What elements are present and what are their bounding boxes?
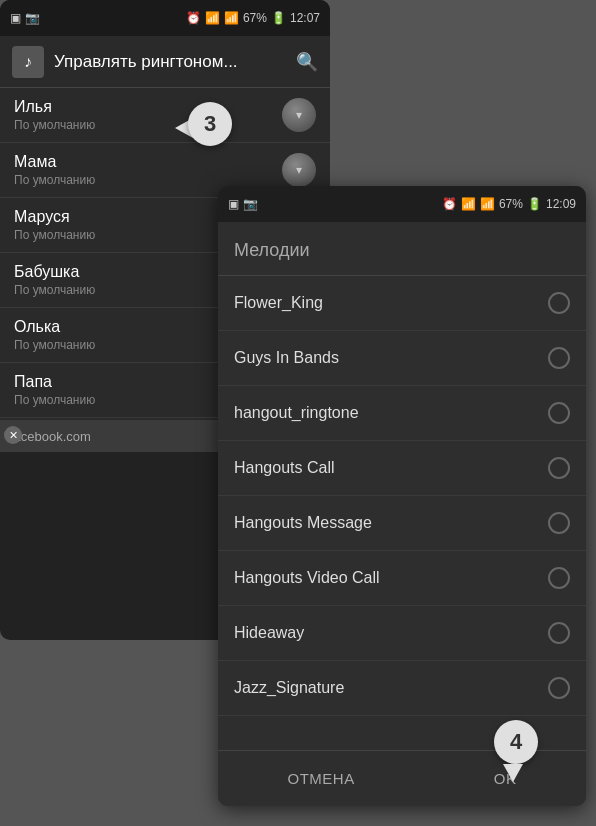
- foreground-dialog: ▣ 📷 ⏰ 📶 📶 67% 🔋 12:09 Мелодии Flower_Kin…: [218, 186, 586, 806]
- dialog-footer: Отмена OK: [218, 750, 586, 806]
- radio-guys-in-bands[interactable]: [548, 347, 570, 369]
- melody-item-hideaway[interactable]: Hideaway: [218, 606, 586, 661]
- bg-search-icon[interactable]: 🔍: [296, 51, 318, 73]
- melody-name-hangout-ringtone: hangout_ringtone: [234, 404, 359, 422]
- radio-hangouts-message[interactable]: [548, 512, 570, 534]
- melody-name-hideaway: Hideaway: [234, 624, 304, 642]
- melody-name-hangouts-message: Hangouts Message: [234, 514, 372, 532]
- radio-hangouts-video-call[interactable]: [548, 567, 570, 589]
- notification-icon: ▣: [10, 11, 21, 25]
- contact-sub-mama: По умолчанию: [14, 173, 95, 187]
- bg-status-left: ▣ 📷: [10, 11, 40, 25]
- callout-badge-3: 3: [188, 102, 232, 146]
- melody-name-hangouts-call: Hangouts Call: [234, 459, 335, 477]
- cancel-button[interactable]: Отмена: [264, 762, 379, 795]
- dialog-header: Мелодии: [218, 222, 586, 276]
- contact-name-olka: Олька: [14, 318, 95, 336]
- melody-item-flower-king[interactable]: Flower_King: [218, 276, 586, 331]
- melody-item-hangout-ringtone[interactable]: hangout_ringtone: [218, 386, 586, 441]
- bg-status-right: ⏰ 📶 📶 67% 🔋 12:07: [186, 11, 320, 25]
- melody-item-guys-in-bands[interactable]: Guys In Bands: [218, 331, 586, 386]
- bg-app-title: Управлять рингтоном...: [54, 52, 286, 72]
- dialog-title: Мелодии: [234, 240, 310, 260]
- melody-item-hangouts-message[interactable]: Hangouts Message: [218, 496, 586, 551]
- fg-wifi-icon: 📶: [461, 197, 476, 211]
- contact-name-ilya: Илья: [14, 98, 95, 116]
- fg-battery-label: 67%: [499, 197, 523, 211]
- music-icon: ♪: [12, 46, 44, 78]
- fg-status-right: ⏰ 📶 📶 67% 🔋 12:09: [442, 197, 576, 211]
- callout-badge-4: 4: [494, 720, 538, 764]
- melody-name-flower-king: Flower_King: [234, 294, 323, 312]
- fg-alarm-icon: ⏰: [442, 197, 457, 211]
- arrow-down-indicator: [503, 764, 523, 782]
- contact-sub-papa: По умолчанию: [14, 393, 95, 407]
- radio-hangout-ringtone[interactable]: [548, 402, 570, 424]
- radio-jazz-signature[interactable]: [548, 677, 570, 699]
- dropdown-mama[interactable]: ▾: [282, 153, 316, 187]
- contact-item-ilya[interactable]: Илья По умолчанию ▾: [0, 88, 330, 143]
- bg-status-bar: ▣ 📷 ⏰ 📶 📶 67% 🔋 12:07: [0, 0, 330, 36]
- wifi-icon: 📶: [205, 11, 220, 25]
- melody-name-guys-in-bands: Guys In Bands: [234, 349, 339, 367]
- radio-flower-king[interactable]: [548, 292, 570, 314]
- fg-status-bar: ▣ 📷 ⏰ 📶 📶 67% 🔋 12:09: [218, 186, 586, 222]
- fg-screenshot-icon: 📷: [243, 197, 258, 211]
- contact-sub-marusya: По умолчанию: [14, 228, 95, 242]
- fg-status-left: ▣ 📷: [228, 197, 258, 211]
- melody-item-hangouts-video-call[interactable]: Hangouts Video Call: [218, 551, 586, 606]
- alarm-icon: ⏰: [186, 11, 201, 25]
- contact-name-mama: Мама: [14, 153, 95, 171]
- melody-item-hangouts-call[interactable]: Hangouts Call: [218, 441, 586, 496]
- melody-name-hangouts-video-call: Hangouts Video Call: [234, 569, 380, 587]
- melody-item-jazz-signature[interactable]: Jazz_Signature: [218, 661, 586, 716]
- bg-app-header: ♪ Управлять рингтоном... 🔍: [0, 36, 330, 88]
- signal-icon: 📶: [224, 11, 239, 25]
- dropdown-ilya[interactable]: ▾: [282, 98, 316, 132]
- screenshot-icon: 📷: [25, 11, 40, 25]
- fg-battery-icon: 🔋: [527, 197, 542, 211]
- facebook-close-button[interactable]: ✕: [4, 426, 22, 444]
- contact-name-marusya: Маруся: [14, 208, 95, 226]
- melody-name-jazz-signature: Jazz_Signature: [234, 679, 344, 697]
- fg-time: 12:09: [546, 197, 576, 211]
- battery-label: 67%: [243, 11, 267, 25]
- bg-time: 12:07: [290, 11, 320, 25]
- contact-sub-ilya: По умолчанию: [14, 118, 95, 132]
- facebook-url: facebook.com: [10, 429, 91, 444]
- contact-name-babushka1: Бабушка: [14, 263, 95, 281]
- fg-notification-icon: ▣: [228, 197, 239, 211]
- melody-list: Flower_King Guys In Bands hangout_ringto…: [218, 276, 586, 716]
- contact-sub-olka: По умолчанию: [14, 338, 95, 352]
- fg-signal-icon: 📶: [480, 197, 495, 211]
- radio-hideaway[interactable]: [548, 622, 570, 644]
- battery-icon: 🔋: [271, 11, 286, 25]
- radio-hangouts-call[interactable]: [548, 457, 570, 479]
- contact-name-papa: Папа: [14, 373, 95, 391]
- contact-sub-babushka1: По умолчанию: [14, 283, 95, 297]
